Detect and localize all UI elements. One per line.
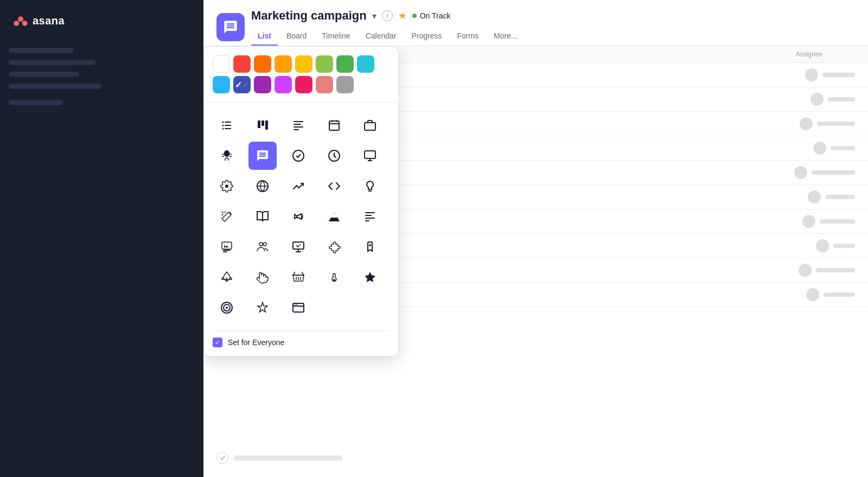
tab-progress[interactable]: Progress: [405, 27, 448, 46]
icon-puzzle[interactable]: [320, 233, 348, 261]
info-icon[interactable]: i: [382, 10, 393, 21]
color-swatch-red[interactable]: [233, 55, 251, 73]
icon-kanban[interactable]: [248, 111, 277, 139]
color-swatch-rose[interactable]: [316, 76, 333, 93]
icon-globe[interactable]: [248, 172, 277, 200]
tab-more[interactable]: More...: [487, 27, 524, 46]
svg-point-36: [263, 243, 266, 246]
tab-board[interactable]: Board: [280, 27, 313, 46]
icon-check-circle[interactable]: [284, 142, 312, 170]
popup-divider: [204, 102, 398, 103]
icon-basket[interactable]: [284, 263, 312, 291]
icon-image-text[interactable]: [213, 233, 241, 261]
icon-bookmark[interactable]: [356, 233, 384, 261]
svg-rect-11: [265, 120, 268, 130]
color-swatch-orange[interactable]: [254, 55, 271, 73]
icon-rocket[interactable]: [213, 263, 241, 291]
color-swatch-light-blue[interactable]: [213, 76, 230, 93]
icon-presentation[interactable]: [284, 233, 312, 261]
icon-people[interactable]: [248, 233, 277, 261]
svg-rect-30: [365, 218, 375, 219]
icon-align[interactable]: [284, 111, 312, 139]
icon-gear[interactable]: [213, 172, 241, 200]
task-assignee: [806, 288, 855, 301]
svg-point-51: [296, 304, 297, 306]
avatar: [810, 93, 824, 106]
color-swatch-green[interactable]: [336, 55, 354, 73]
add-task-circle-icon: [216, 452, 228, 464]
svg-point-50: [295, 304, 296, 306]
icon-list[interactable]: [213, 111, 241, 139]
svg-point-35: [259, 243, 263, 246]
icon-ribbon[interactable]: [248, 294, 277, 322]
project-icon[interactable]: [216, 13, 245, 41]
tab-forms[interactable]: Forms: [451, 27, 486, 46]
tab-calendar[interactable]: Calendar: [359, 27, 403, 46]
icon-briefcase[interactable]: [356, 111, 384, 139]
icon-calendar[interactable]: [320, 111, 348, 139]
icon-star[interactable]: [356, 263, 384, 291]
icon-megaphone[interactable]: [284, 202, 312, 231]
status-label: On Track: [420, 11, 451, 20]
set-for-everyone-label: Set for Everyone: [228, 338, 284, 347]
color-swatch-deep-purple[interactable]: [275, 76, 292, 93]
assignee-name: [820, 219, 855, 224]
add-task-row[interactable]: [216, 452, 342, 464]
set-for-everyone-checkbox[interactable]: ✓: [213, 338, 222, 347]
dropdown-chevron-icon[interactable]: ▾: [372, 11, 376, 21]
color-swatch-gray[interactable]: [336, 76, 354, 93]
svg-rect-9: [258, 120, 260, 128]
icon-code[interactable]: [320, 172, 348, 200]
color-swatch-pink[interactable]: [295, 76, 312, 93]
color-swatch-empty: [378, 55, 395, 73]
svg-rect-6: [225, 125, 231, 126]
assignee-name: [812, 170, 855, 175]
star-icon[interactable]: ★: [398, 10, 407, 22]
color-swatch-lime[interactable]: [316, 55, 333, 73]
svg-point-43: [333, 279, 335, 281]
icon-monitor[interactable]: [356, 142, 384, 170]
icon-clock[interactable]: [320, 142, 348, 170]
color-swatch-teal[interactable]: [357, 55, 374, 73]
app-logo[interactable]: asana: [9, 11, 195, 30]
icon-thermometer[interactable]: [320, 263, 348, 291]
icon-mountain[interactable]: [320, 202, 348, 231]
color-swatch-blue[interactable]: ✓: [233, 76, 251, 93]
icon-list-detail[interactable]: [356, 202, 384, 231]
icon-window[interactable]: [284, 294, 312, 322]
color-swatch-white[interactable]: [213, 55, 230, 73]
svg-rect-15: [293, 129, 299, 130]
popup-footer: ✓ Set for Everyone: [213, 330, 390, 347]
icon-chat[interactable]: [248, 142, 277, 170]
color-swatch-amber[interactable]: [275, 55, 292, 73]
project-icon-svg: [223, 20, 238, 35]
icon-book[interactable]: [248, 202, 277, 231]
icon-target[interactable]: [213, 294, 241, 322]
svg-rect-16: [329, 121, 339, 130]
svg-rect-24: [365, 151, 375, 158]
asana-logo-icon: [13, 13, 28, 28]
icon-lightbulb[interactable]: [356, 172, 384, 200]
svg-rect-19: [336, 120, 337, 122]
icon-magic-wand[interactable]: [213, 202, 241, 231]
task-assignee: [800, 117, 855, 130]
sidebar-nav-placeholder-1: [9, 48, 74, 53]
svg-rect-20: [365, 123, 375, 130]
svg-point-21: [293, 150, 304, 161]
tab-list[interactable]: List: [251, 27, 278, 46]
color-swatch-yellow[interactable]: [295, 55, 312, 73]
assignee-name: [833, 244, 855, 248]
icon-chart[interactable]: [284, 172, 312, 200]
sidebar-nav-placeholder-5: [9, 100, 63, 105]
task-assignee: [794, 166, 855, 179]
status-badge[interactable]: On Track: [412, 11, 451, 20]
tab-timeline[interactable]: Timeline: [315, 27, 356, 46]
color-swatch-purple[interactable]: [254, 76, 271, 93]
svg-point-0: [18, 16, 23, 22]
svg-point-47: [226, 307, 228, 309]
icon-hand-pointer[interactable]: [248, 263, 277, 291]
assignee-name: [822, 73, 855, 77]
avatar: [799, 264, 812, 277]
icon-grid: [213, 111, 390, 322]
icon-bug[interactable]: [213, 142, 241, 170]
